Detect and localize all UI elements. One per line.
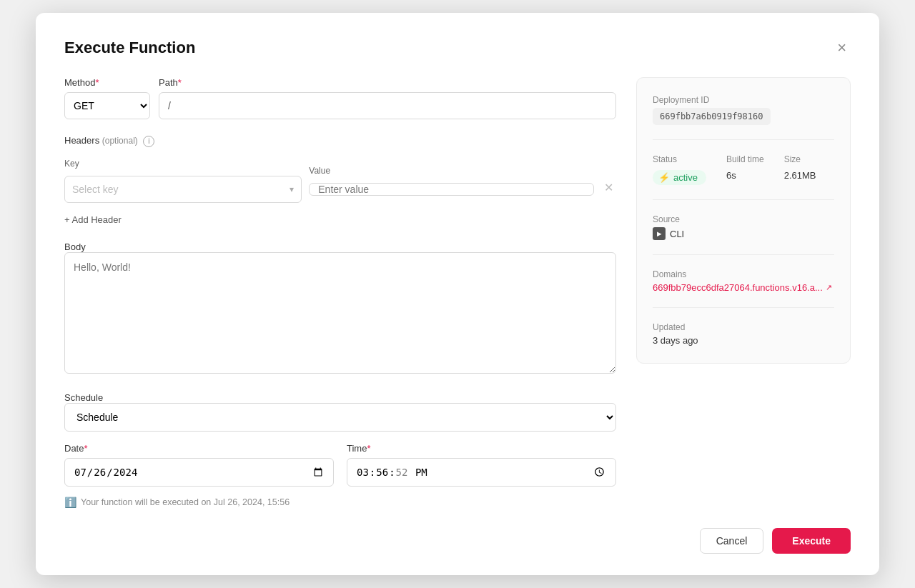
domains-section: Domains 669fbb79ecc6dfa27064.functions.v… [653,269,834,293]
domains-label: Domains [653,269,834,279]
body-section: Body [64,241,616,376]
modal-title: Execute Function [64,39,195,57]
execute-button[interactable]: Execute [772,528,851,554]
source-section: Source ▶ CLI [653,214,834,240]
date-label: Date* [64,443,334,454]
size-value: 2.61MB [784,170,816,181]
value-input[interactable] [309,183,594,196]
schedule-wrapper: Schedule Now Custom [64,403,616,432]
sidebar-panel: Deployment ID 669fbb7a6b0919f98160 Statu… [636,77,851,364]
key-select[interactable]: Select key ▾ [64,176,302,203]
schedule-select[interactable]: Schedule Now Custom [64,403,616,432]
time-group: Time* [347,443,616,487]
date-group: Date* [64,443,334,487]
status-label: Status [653,154,706,164]
divider-1 [653,139,834,140]
headers-label: Headers (optional) i [64,135,154,147]
domain-link-text: 669fbb79ecc6dfa27064.functions.v16.a... [653,282,823,293]
size-col: Size 2.61MB [784,154,816,181]
divider-3 [653,254,834,255]
divider-4 [653,307,834,308]
schedule-label: Schedule [64,392,103,403]
kv-row: Key Select key ▾ Value ✕ [64,159,616,203]
chevron-down-icon: ▾ [290,184,294,194]
headers-optional: (optional) [102,136,138,146]
domain-link[interactable]: 669fbb79ecc6dfa27064.functions.v16.a... … [653,282,834,293]
key-select-wrapper: Select key ▾ [64,176,302,203]
build-time-col: Build time 6s [726,154,764,181]
build-time-label: Build time [726,154,764,164]
build-time-value: 6s [726,170,764,181]
status-col: Status ⚡ active [653,154,706,185]
status-row: Status ⚡ active Build time 6s Size 2.61M… [653,154,834,185]
key-placeholder: Select key [72,184,119,195]
updated-label: Updated [653,322,834,332]
info-icon[interactable]: i [143,136,154,147]
size-label: Size [784,154,816,164]
source-label: Source [653,214,834,224]
method-group: Method* GET POST PUT DELETE PATCH [64,77,150,119]
body-label: Body [64,241,86,252]
deployment-id-value: 669fbb7a6b0919f98160 [653,108,771,125]
path-input[interactable] [159,92,616,119]
method-select[interactable]: GET POST PUT DELETE PATCH [64,92,150,119]
status-value: active [673,172,698,183]
time-label: Time* [347,443,616,454]
execute-note: ℹ️ Your function will be executed on Jul… [64,497,616,508]
path-label: Path* [159,77,616,88]
updated-section: Updated 3 days ago [653,322,834,346]
updated-value: 3 days ago [653,335,834,346]
date-input[interactable] [64,458,334,487]
bolt-icon: ⚡ [658,172,670,183]
add-header-button[interactable]: + Add Header [64,210,122,229]
deployment-id-label: Deployment ID [653,95,834,105]
body-textarea[interactable] [64,252,616,374]
execute-function-modal: Execute Function × Method* GET POST PUT … [36,13,879,575]
modal-body: Method* GET POST PUT DELETE PATCH Path* [64,77,851,508]
path-group: Path* [159,77,616,119]
note-text: Your function will be executed on Jul 26… [81,497,290,507]
time-input[interactable] [347,458,616,487]
method-label: Method* [64,77,150,88]
modal-header: Execute Function × [64,39,851,57]
key-col-label: Key [64,159,302,169]
schedule-section: Schedule Schedule Now Custom [64,392,616,432]
date-time-row: Date* Time* [64,443,616,487]
info-circle-icon: ℹ️ [64,497,76,508]
cli-icon: ▶ [653,227,666,240]
remove-header-button[interactable]: ✕ [601,181,616,194]
source-value: CLI [670,229,684,239]
cancel-button[interactable]: Cancel [700,528,764,554]
headers-section: Headers (optional) i Key Select key ▾ [64,135,616,229]
external-link-icon: ↗ [826,283,832,292]
status-badge: ⚡ active [653,170,706,185]
footer-row: Cancel Execute [64,528,851,554]
close-button[interactable]: × [833,39,851,57]
main-form: Method* GET POST PUT DELETE PATCH Path* [64,77,616,508]
method-path-row: Method* GET POST PUT DELETE PATCH Path* [64,77,616,119]
headers-label-row: Headers (optional) i [64,135,616,151]
deployment-id-section: Deployment ID 669fbb7a6b0919f98160 [653,95,834,125]
value-col-label: Value [309,166,594,176]
source-row: ▶ CLI [653,227,834,240]
divider-2 [653,199,834,200]
